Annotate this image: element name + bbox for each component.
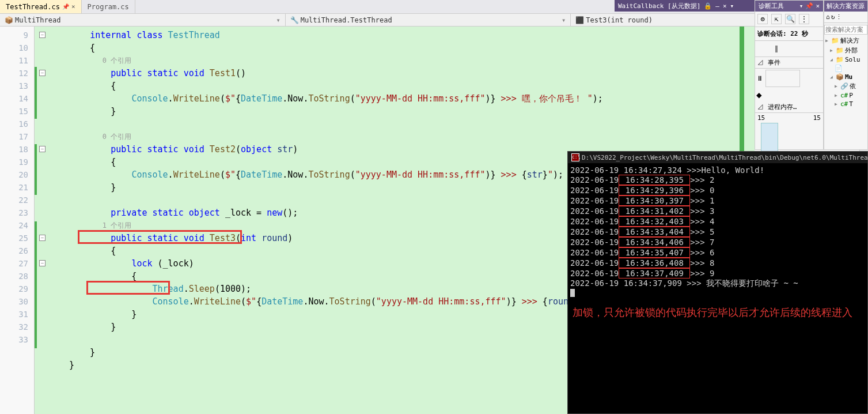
- diag-memory-header[interactable]: ⊿ 进程内存…: [755, 101, 823, 113]
- tree-item[interactable]: ▶🔗依: [825, 81, 866, 91]
- fold-toggle[interactable]: −: [35, 143, 69, 156]
- breadcrumb-namespace[interactable]: 📦 MultiThread ▾: [0, 14, 286, 26]
- fold-toggle[interactable]: −: [35, 257, 69, 270]
- tab-program[interactable]: Program.cs: [82, 0, 135, 13]
- sol-toolbar: ⌂ ↻ ⋮: [824, 12, 867, 23]
- console-path: D:\VS2022_Project\Wesky\MultiThread\Mult…: [582, 154, 868, 161]
- sol-title: 解决方案资源: [824, 1, 867, 12]
- diag-timeline: [755, 41, 823, 57]
- tree-item[interactable]: ▶c# P: [825, 91, 866, 100]
- fold-toggle[interactable]: −: [35, 232, 69, 244]
- class-icon: 🔧: [290, 16, 298, 24]
- zoom-icon[interactable]: 🔍: [785, 14, 795, 24]
- bc-text: MultiThread.TestThread: [301, 16, 392, 24]
- method-icon: ⬛: [575, 16, 583, 24]
- tree-item[interactable]: ◢📦Mu: [825, 73, 866, 81]
- pause-icon[interactable]: ⏸: [756, 74, 763, 82]
- solution-search-input[interactable]: [824, 25, 867, 35]
- nav-dash: —: [715, 2, 719, 10]
- diag-events-row: ⏸: [755, 69, 823, 88]
- event-chart: [765, 70, 800, 87]
- solution-explorer: 解决方案资源 ⌂ ↻ ⋮ ▶📁解决方 ▶📁外部 ◢📁Solu 📄 ◢📦Mu ▶🔗…: [824, 0, 868, 150]
- bc-text: MultiThread: [15, 16, 60, 24]
- tab-label: TestThread.cs: [6, 3, 60, 11]
- tree-item[interactable]: 📄: [825, 64, 866, 73]
- console-window: c:\ D:\VS2022_Project\Wesky\MultiThread\…: [567, 151, 868, 414]
- console-output: 2022-06-19 16:34:27,324 >>>Hello, World!…: [568, 163, 867, 329]
- diag-events-row: ◆: [755, 88, 823, 101]
- gear-icon[interactable]: ⚙: [757, 14, 768, 24]
- tree-item[interactable]: ▶📁解决方: [825, 36, 866, 46]
- console-icon: c:\: [571, 153, 579, 161]
- solution-tree[interactable]: ▶📁解决方 ▶📁外部 ◢📁Solu 📄 ◢📦Mu ▶🔗依 ▶c# P ▶c# T: [824, 35, 867, 110]
- bc-text: Test3(int round): [586, 16, 653, 24]
- fold-toggle[interactable]: −: [35, 67, 69, 80]
- menu-icon[interactable]: ⋮: [799, 14, 809, 24]
- close-icon[interactable]: ×: [71, 3, 75, 10]
- fold-column: − − − − −: [35, 27, 69, 414]
- csharp-icon: 📦: [5, 16, 13, 24]
- chevron-down-icon[interactable]: ▾: [276, 16, 280, 24]
- pin-icon[interactable]: 📌: [62, 3, 69, 10]
- chevron-down-icon[interactable]: ▾: [562, 16, 566, 24]
- diagnostics-panel: 诊断工具▾📌× ⚙ ⇱ 🔍 ⋮ 诊断会话: 22 秒 ⊿ 事件 ⏸ ◆ ⊿ 进程…: [755, 0, 824, 150]
- refresh-icon[interactable]: ↻: [831, 13, 835, 21]
- diamond-icon: ◆: [756, 89, 762, 100]
- diag-session: 诊断会话: 22 秒: [755, 27, 823, 41]
- nav-text: WaitCallback [从元数据]: [618, 2, 700, 10]
- diag-title: 诊断工具▾📌×: [755, 1, 823, 12]
- tab-label: Program.cs: [88, 3, 129, 11]
- close-icon[interactable]: ×: [723, 2, 727, 10]
- home-icon[interactable]: ⌂: [826, 13, 830, 21]
- tree-item[interactable]: ▶c# T: [825, 100, 866, 108]
- tree-item[interactable]: ◢📁Solu: [825, 55, 866, 64]
- expand-icon[interactable]: ⇱: [771, 14, 782, 24]
- breadcrumb-bar: 📦 MultiThread ▾ 🔧 MultiThread.TestThread…: [0, 14, 868, 27]
- console-title-bar[interactable]: c:\ D:\VS2022_Project\Wesky\MultiThread\…: [568, 152, 867, 163]
- dropdown-icon[interactable]: ▾: [730, 2, 734, 10]
- diag-toolbar: ⚙ ⇱ 🔍 ⋮: [755, 12, 823, 27]
- diag-events-header[interactable]: ⊿ 事件: [755, 57, 823, 69]
- lock-icon: 🔒: [704, 2, 712, 10]
- tab-testthread[interactable]: TestThread.cs 📌 ×: [0, 0, 82, 13]
- menu-icon[interactable]: ⋮: [836, 13, 842, 21]
- breadcrumb-class[interactable]: 🔧 MultiThread.TestThread ▾: [286, 14, 571, 26]
- memory-chart: [755, 123, 823, 152]
- diag-memory-vals: 1515: [755, 113, 823, 123]
- fold-toggle[interactable]: −: [35, 29, 69, 42]
- tree-item[interactable]: ▶📁外部: [825, 46, 866, 55]
- line-gutter: 9101112131415161718192021222324252627282…: [0, 27, 35, 414]
